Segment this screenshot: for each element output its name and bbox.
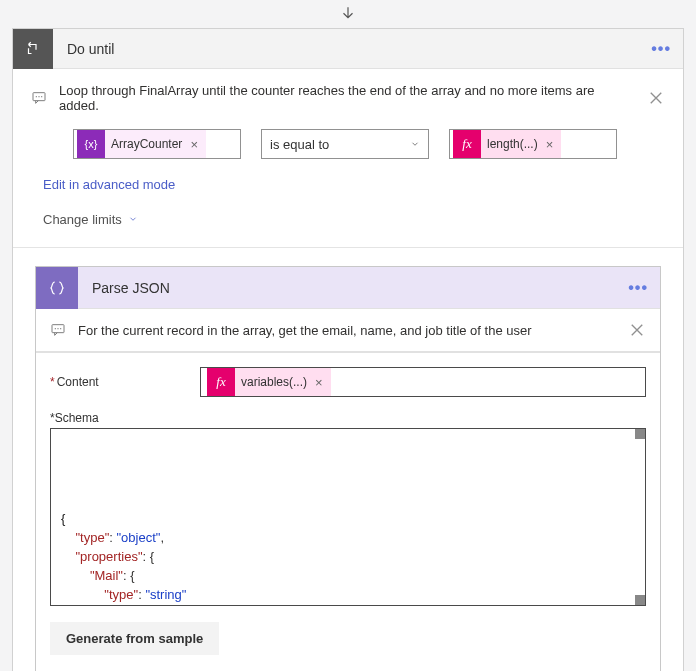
- comment-icon: [50, 322, 66, 338]
- chevron-down-icon: [128, 212, 138, 227]
- loop-icon: [13, 29, 53, 69]
- change-limits-label: Change limits: [43, 212, 122, 227]
- expression-token[interactable]: fx length(...) ×: [453, 130, 561, 158]
- condition-operator-label: is equal to: [270, 137, 329, 152]
- do-until-title: Do until: [53, 41, 114, 57]
- parse-json-title: Parse JSON: [78, 280, 170, 296]
- parse-json-card: Parse JSON ••• For the current record in…: [35, 266, 661, 671]
- token-remove-button[interactable]: ×: [542, 137, 554, 152]
- scrollbar[interactable]: [635, 595, 645, 605]
- scrollbar[interactable]: [635, 429, 645, 439]
- content-label: *Content: [50, 375, 200, 389]
- condition-right-input[interactable]: fx length(...) ×: [449, 129, 617, 159]
- parse-json-header[interactable]: Parse JSON •••: [36, 267, 660, 309]
- schema-label: *Schema: [50, 411, 646, 425]
- expression-token-label: variables(...): [241, 375, 311, 389]
- svg-point-6: [57, 328, 58, 329]
- close-comment-button[interactable]: [628, 321, 646, 339]
- parse-json-comment-text: For the current record in the array, get…: [78, 323, 616, 338]
- fx-icon: fx: [207, 368, 235, 396]
- expression-token[interactable]: fx variables(...) ×: [207, 368, 331, 396]
- svg-point-5: [55, 328, 56, 329]
- expression-token-label: length(...): [487, 137, 542, 151]
- do-until-header[interactable]: Do until •••: [13, 29, 683, 69]
- parse-json-comment-row: For the current record in the array, get…: [36, 309, 660, 352]
- content-input[interactable]: fx variables(...) ×: [200, 367, 646, 397]
- do-until-comment-row: Loop through FinalArray until the counte…: [13, 69, 683, 123]
- close-comment-button[interactable]: [647, 89, 665, 107]
- generate-from-sample-button[interactable]: Generate from sample: [50, 622, 219, 655]
- change-limits-toggle[interactable]: Change limits: [43, 212, 659, 227]
- variable-icon: {x}: [77, 130, 105, 158]
- more-menu-button[interactable]: •••: [616, 279, 660, 297]
- condition-operator-dropdown[interactable]: is equal to: [261, 129, 429, 159]
- divider: [13, 247, 683, 248]
- svg-point-2: [38, 96, 39, 97]
- chevron-down-icon: [410, 137, 420, 152]
- comment-icon: [31, 90, 47, 106]
- do-until-comment-text: Loop through FinalArray until the counte…: [59, 83, 635, 113]
- svg-point-3: [41, 96, 42, 97]
- fx-icon: fx: [453, 130, 481, 158]
- svg-point-7: [60, 328, 61, 329]
- more-menu-button[interactable]: •••: [639, 40, 683, 58]
- condition-row: {x} ArrayCounter × is equal to fx length…: [13, 123, 683, 159]
- variable-token-label: ArrayCounter: [111, 137, 186, 151]
- flow-arrow-down: [0, 0, 696, 28]
- variable-token[interactable]: {x} ArrayCounter ×: [77, 130, 206, 158]
- svg-point-1: [36, 96, 37, 97]
- edit-advanced-mode-link[interactable]: Edit in advanced mode: [43, 177, 175, 192]
- content-row: *Content fx variables(...) ×: [50, 367, 646, 397]
- schema-textarea[interactable]: { "type": "object", "properties": { "Mai…: [50, 428, 646, 606]
- do-until-card: Do until ••• Loop through FinalArray unt…: [12, 28, 684, 671]
- token-remove-button[interactable]: ×: [311, 375, 323, 390]
- condition-left-input[interactable]: {x} ArrayCounter ×: [73, 129, 241, 159]
- token-remove-button[interactable]: ×: [186, 137, 198, 152]
- json-icon: [36, 267, 78, 309]
